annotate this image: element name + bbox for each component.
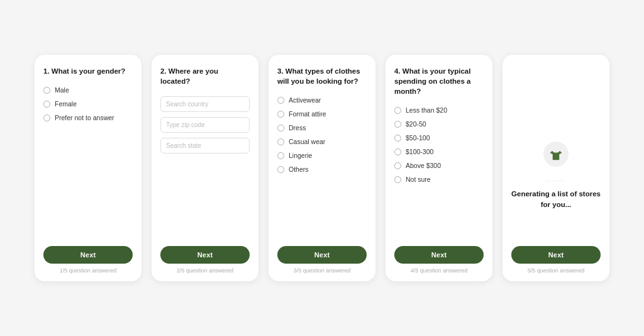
- option-dress[interactable]: Dress: [277, 124, 367, 132]
- radio-lingerie[interactable]: [277, 152, 284, 159]
- radio-casual-wear[interactable]: [277, 138, 284, 145]
- card-5-footer: Next 5/5 question answered: [511, 246, 601, 274]
- option-lingerie[interactable]: Lingerie: [277, 152, 367, 159]
- radio-activewear[interactable]: [277, 97, 284, 104]
- card-2-content: 2. Where are you located?: [160, 66, 250, 246]
- radio-50-100[interactable]: [394, 135, 401, 142]
- card-spending: 4. What is your typical spending on clot…: [386, 55, 492, 281]
- progress-3: 3/5 question answered: [294, 267, 351, 274]
- option-male[interactable]: Male: [43, 86, 133, 94]
- card-3-content: 3. What types of clothes will you be loo…: [277, 66, 367, 246]
- option-casual-wear[interactable]: Casual wear: [277, 138, 367, 145]
- radio-above-300[interactable]: [394, 162, 401, 169]
- next-button-3[interactable]: Next: [277, 246, 367, 264]
- option-above-300[interactable]: Above $300: [394, 162, 484, 169]
- card-1-content: 1. What is your gender? Male Female Pref…: [43, 66, 133, 246]
- question-2: 2. Where are you located?: [160, 66, 250, 86]
- radio-format-attire[interactable]: [277, 111, 284, 118]
- search-country[interactable]: [160, 96, 250, 112]
- option-prefer-not[interactable]: Prefer not to answer: [43, 114, 133, 121]
- radio-100-300[interactable]: [394, 148, 401, 155]
- radio-prefer-not[interactable]: [43, 115, 50, 121]
- card-4-footer: Next 4/5 question answered: [394, 246, 484, 274]
- card-5-content: ...... Generating a list of stores for y…: [511, 66, 601, 246]
- card-location: 2. Where are you located? Next 2/5 quest…: [152, 55, 258, 281]
- card-gender: 1. What is your gender? Male Female Pref…: [35, 55, 142, 281]
- option-50-100[interactable]: $50-100: [394, 134, 484, 142]
- progress-2: 2/5 question answered: [177, 267, 234, 274]
- radio-female[interactable]: [43, 101, 50, 108]
- card-clothes-type: 3. What types of clothes will you be loo…: [269, 55, 375, 281]
- progress-5: 5/5 question answered: [528, 267, 585, 274]
- option-others[interactable]: Others: [277, 165, 367, 173]
- cards-container: 1. What is your gender? Male Female Pref…: [22, 42, 622, 294]
- card-4-content: 4. What is your typical spending on clot…: [394, 66, 484, 246]
- radio-20-50[interactable]: [394, 121, 401, 128]
- card-1-footer: Next 1/5 question answered: [43, 246, 133, 274]
- card-generating: ...... Generating a list of stores for y…: [502, 55, 609, 281]
- option-100-300[interactable]: $100-300: [394, 148, 484, 155]
- question-1: 1. What is your gender?: [43, 66, 133, 76]
- generating-text: Generating a list of stores for you...: [511, 189, 601, 209]
- next-button-4[interactable]: Next: [394, 246, 484, 264]
- option-activewear[interactable]: Activewear: [277, 96, 367, 104]
- radio-male[interactable]: [43, 87, 50, 94]
- card-3-footer: Next 3/5 question answered: [277, 246, 367, 274]
- option-female[interactable]: Female: [43, 100, 133, 108]
- radio-less-20[interactable]: [394, 107, 401, 114]
- progress-4: 4/5 question answered: [411, 267, 468, 274]
- type-zip[interactable]: [160, 117, 250, 133]
- radio-not-sure[interactable]: [394, 176, 401, 183]
- option-not-sure[interactable]: Not sure: [394, 176, 484, 183]
- option-20-50[interactable]: $20-50: [394, 120, 484, 128]
- radio-others[interactable]: [277, 166, 284, 173]
- shirt-icon: [542, 140, 570, 168]
- next-button-5[interactable]: Next: [511, 246, 601, 264]
- search-state[interactable]: [160, 138, 250, 154]
- next-button-1[interactable]: Next: [43, 246, 133, 264]
- option-less-20[interactable]: Less than $20: [394, 106, 484, 114]
- question-3: 3. What types of clothes will you be loo…: [277, 66, 367, 86]
- question-4: 4. What is your typical spending on clot…: [394, 66, 484, 96]
- radio-dress[interactable]: [277, 125, 284, 132]
- generating-dots: ......: [546, 177, 565, 182]
- next-button-2[interactable]: Next: [160, 246, 250, 264]
- progress-1: 1/5 question answered: [60, 267, 117, 274]
- option-format-attire[interactable]: Format attire: [277, 110, 367, 118]
- card-2-footer: Next 2/5 question answered: [160, 246, 250, 274]
